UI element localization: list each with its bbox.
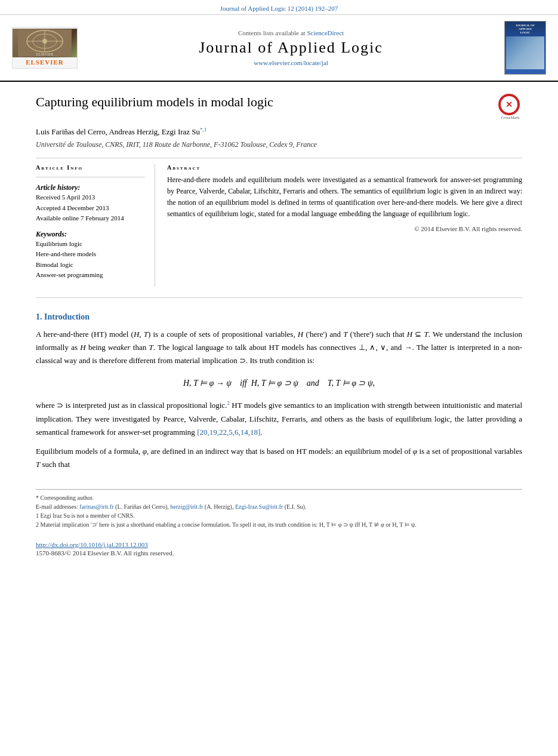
elsevier-logo-graphic: ELSEVIER — [13, 29, 77, 57]
author-superscript: *,1 — [200, 127, 206, 136]
math-display: H, T ⊨ φ → ψ iff H, T ⊨ φ ⊃ ψ and T, T ⊨… — [36, 378, 522, 388]
abstract-header: Abstract — [167, 164, 522, 171]
article-info-header: Article Info — [36, 164, 145, 171]
authors-text: Luis Fariñas del Cerro, Andreas Herzig, … — [36, 127, 200, 136]
doi-link[interactable]: http://dx.doi.org/10.1016/j.jal.2013.12.… — [36, 541, 148, 548]
footnote-area: * Corresponding author. E-mail addresses… — [36, 489, 522, 529]
elsevier-brand-text: ELSEVIER — [26, 57, 64, 66]
abstract-text: Here-and-there models and equilibrium mo… — [167, 174, 522, 220]
introduction-heading: 1. Introduction — [36, 312, 522, 322]
intro-paragraph-3: Equilibrium models of a formula, φ, are … — [36, 445, 522, 471]
footnote-emails: E-mail addresses: farinas@irit.fr (L. Fa… — [36, 502, 522, 511]
sciencedirect-link[interactable]: ScienceDirect — [307, 29, 344, 36]
authors-line: Luis Fariñas del Cerro, Andreas Herzig, … — [36, 127, 522, 137]
history-section: Article history: Received 5 April 2013 A… — [36, 183, 145, 224]
section-divider — [36, 158, 522, 158]
email-link-1[interactable]: farinas@irit.fr — [79, 503, 113, 510]
main-divider — [36, 297, 522, 298]
intro-paragraph-2: where ⊃ is interpreted just as in classi… — [36, 399, 522, 439]
copyright-text: © 2014 Elsevier B.V. All rights reserved… — [167, 225, 522, 232]
cover-image-placeholder — [506, 36, 544, 69]
other-text: other — [325, 414, 341, 423]
svg-text:ELSEVIER: ELSEVIER — [36, 53, 53, 56]
journal-header-top: Journal of Applied Logic 12 (2014) 192–2… — [0, 0, 558, 15]
article-info-column: Article Info Article history: Received 5… — [36, 164, 155, 287]
journal-title-banner: Journal of Applied Logic — [90, 39, 492, 57]
available-date: Available online 7 February 2014 — [36, 213, 145, 224]
keyword-3: Bimodal logic — [36, 260, 145, 271]
journal-banner: ELSEVIER ELSEVIER Contents lists availab… — [0, 15, 558, 82]
history-title: Article history: — [36, 183, 145, 192]
svg-point-5 — [42, 39, 47, 44]
intro-paragraph-1: A here-and-there (HT) model (H, T) is a … — [36, 328, 522, 367]
doi-area: http://dx.doi.org/10.1016/j.jal.2013.12.… — [36, 535, 522, 557]
footnote-star: * Corresponding author. — [36, 493, 522, 502]
abstract-column: Abstract Here-and-there models and equil… — [167, 164, 522, 287]
issn-text: 1570-8683/© 2014 Elsevier B.V. All right… — [36, 549, 522, 557]
ref-link-1[interactable]: [20,19,22,5,6,14,18] — [197, 428, 260, 437]
journal-cover-image: JOURNAL OFAPPLIEDLOGIC — [504, 21, 546, 75]
journal-banner-center: Contents lists available at ScienceDirec… — [78, 29, 504, 66]
email-link-3[interactable]: Ezgi-Iraz.Su@irit.fr — [235, 503, 283, 510]
received-date: Received 5 April 2013 — [36, 192, 145, 203]
info-abstract-columns: Article Info Article history: Received 5… — [36, 164, 522, 287]
crossmark-badge[interactable]: ✕ CrossMark — [498, 94, 522, 118]
email-link-2[interactable]: herzig@irit.fr — [170, 503, 203, 510]
accepted-date: Accepted 4 December 2013 — [36, 203, 145, 214]
keywords-section: Keywords: Equilibrium logic Here-and-the… — [36, 230, 145, 281]
elsevier-logo: ELSEVIER ELSEVIER — [12, 27, 78, 69]
footnote-1: 1 Ezgi Iraz Su is not a member of CNRS. — [36, 511, 522, 520]
footnote-2: 2 Material implication '⊃' here is just … — [36, 520, 522, 529]
journal-url[interactable]: www.elsevier.com/locate/jal — [90, 59, 492, 66]
paper-title: Capturing equilibrium models in modal lo… — [36, 94, 522, 111]
keyword-1: Equilibrium logic — [36, 239, 145, 250]
keyword-2: Here-and-there models — [36, 249, 145, 260]
info-divider — [36, 177, 145, 177]
main-content: ✕ CrossMark Capturing equilibrium models… — [0, 82, 558, 568]
keywords-title: Keywords: — [36, 230, 145, 239]
keyword-4: Answer-set programming — [36, 270, 145, 281]
contents-available-text: Contents lists available at ScienceDirec… — [90, 29, 492, 36]
affiliation-text: Université de Toulouse, CNRS, IRIT, 118 … — [36, 140, 522, 149]
